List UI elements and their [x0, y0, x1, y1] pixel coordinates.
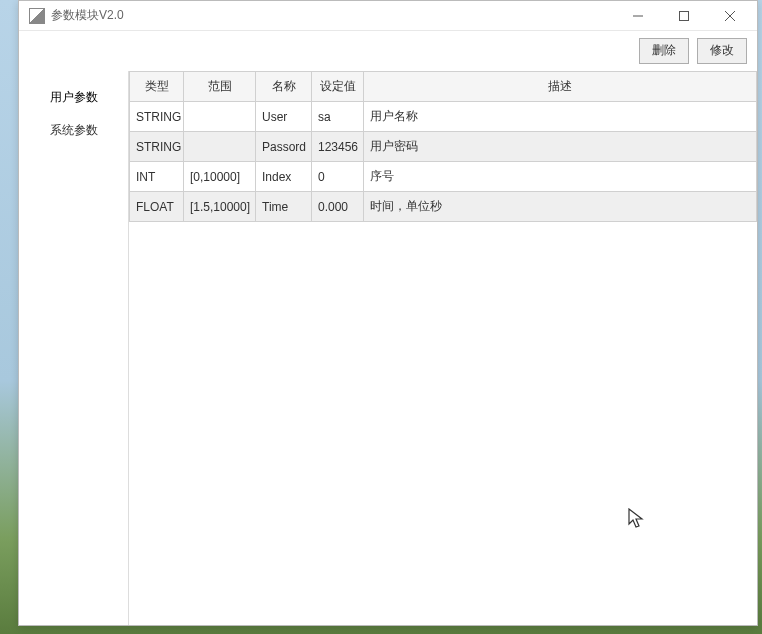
cell-value: 0: [312, 162, 364, 192]
window-title: 参数模块V2.0: [51, 7, 615, 24]
sidebar-item-label: 用户参数: [50, 90, 98, 104]
table-row[interactable]: STRING User sa 用户名称: [130, 102, 757, 132]
table-row[interactable]: FLOAT [1.5,10000] Time 0.000 时间，单位秒: [130, 192, 757, 222]
params-table: 类型 范围 名称 设定值 描述 STRING User sa 用户名称: [129, 71, 757, 222]
cell-desc: 用户密码: [364, 132, 757, 162]
cell-type: FLOAT: [130, 192, 184, 222]
app-icon: [29, 8, 45, 24]
sidebar: 用户参数 系统参数: [19, 71, 129, 625]
cell-value: sa: [312, 102, 364, 132]
cell-desc: 序号: [364, 162, 757, 192]
cell-name: User: [256, 102, 312, 132]
minimize-icon: [633, 11, 643, 21]
cell-type: STRING: [130, 132, 184, 162]
close-button[interactable]: [707, 1, 753, 30]
cell-value: 0.000: [312, 192, 364, 222]
table-row[interactable]: STRING Passord 123456 用户密码: [130, 132, 757, 162]
maximize-icon: [679, 11, 689, 21]
cell-name: Index: [256, 162, 312, 192]
cell-value: 123456: [312, 132, 364, 162]
col-header-range[interactable]: 范围: [184, 72, 256, 102]
table-header-row: 类型 范围 名称 设定值 描述: [130, 72, 757, 102]
cell-type: INT: [130, 162, 184, 192]
sidebar-item-label: 系统参数: [50, 123, 98, 137]
window-controls: [615, 1, 753, 30]
cell-range: [184, 132, 256, 162]
cell-desc: 时间，单位秒: [364, 192, 757, 222]
table-row[interactable]: INT [0,10000] Index 0 序号: [130, 162, 757, 192]
cell-name: Passord: [256, 132, 312, 162]
maximize-button[interactable]: [661, 1, 707, 30]
edit-button[interactable]: 修改: [697, 38, 747, 64]
cell-range: [184, 102, 256, 132]
col-header-desc[interactable]: 描述: [364, 72, 757, 102]
svg-rect-1: [680, 11, 689, 20]
titlebar[interactable]: 参数模块V2.0: [19, 1, 757, 31]
main-panel: 类型 范围 名称 设定值 描述 STRING User sa 用户名称: [129, 71, 757, 625]
sidebar-item-user-params[interactable]: 用户参数: [19, 81, 128, 114]
col-header-value[interactable]: 设定值: [312, 72, 364, 102]
app-window: 参数模块V2.0 删除 修改 用户参数 系统参数: [18, 0, 758, 626]
minimize-button[interactable]: [615, 1, 661, 30]
close-icon: [725, 11, 735, 21]
cell-range: [1.5,10000]: [184, 192, 256, 222]
cell-desc: 用户名称: [364, 102, 757, 132]
cell-name: Time: [256, 192, 312, 222]
delete-button[interactable]: 删除: [639, 38, 689, 64]
cell-range: [0,10000]: [184, 162, 256, 192]
content-area: 用户参数 系统参数 类型 范围 名称 设定值 描述: [19, 71, 757, 625]
toolbar: 删除 修改: [19, 31, 757, 71]
sidebar-item-system-params[interactable]: 系统参数: [19, 114, 128, 147]
col-header-name[interactable]: 名称: [256, 72, 312, 102]
cell-type: STRING: [130, 102, 184, 132]
col-header-type[interactable]: 类型: [130, 72, 184, 102]
